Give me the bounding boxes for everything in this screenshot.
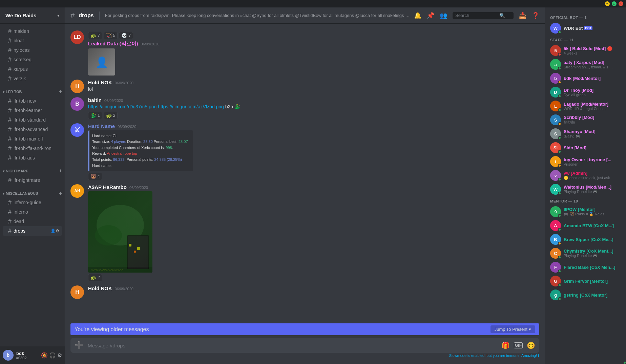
- member-item-aaty[interactable]: a aaty | Xarpus [Mod] Streaming ah..., t…: [547, 58, 623, 71]
- member-name: Sido [Mod]: [564, 145, 621, 150]
- channel-item-bloat[interactable]: # bloat: [3, 36, 62, 45]
- members-icon[interactable]: 👥: [440, 12, 447, 19]
- member-info: Flared Base [CoX Men...]: [564, 265, 621, 270]
- member-info: WDR Bot BOT: [564, 26, 621, 31]
- channel-item-nylocas[interactable]: # nylocas: [3, 45, 62, 55]
- status-dot: [558, 192, 561, 195]
- member-item-scribbly[interactable]: S Scribbly [Mod] 翻炒翻: [547, 113, 623, 127]
- pin-icon[interactable]: 📌: [427, 12, 434, 19]
- channel-item-lfr-nightmare[interactable]: # lfr-nightmare: [3, 175, 62, 185]
- message-author[interactable]: Hold NOK: [88, 285, 112, 291]
- settings-icon[interactable]: ⚙: [57, 352, 62, 359]
- channel-item-lfr-tob-aus[interactable]: # lfr-tob-aus: [3, 153, 62, 163]
- member-item-drthoy[interactable]: D Dr Thoy [Mod] Dye all green: [547, 85, 623, 99]
- channel-item-lfr-tob-standard[interactable]: # lfr-tob-standard: [3, 115, 62, 125]
- message-input[interactable]: [88, 343, 501, 348]
- member-item-sido[interactable]: Si Sido [Mod]: [547, 141, 623, 154]
- message-author[interactable]: Hard Name: [88, 123, 115, 129]
- gift-icon[interactable]: 🎁: [501, 341, 510, 349]
- member-item-chymistry[interactable]: C Chymistry [CoX Ment...] Playing RuneLi…: [547, 247, 623, 260]
- reaction-emoji: 🐢: [90, 275, 96, 280]
- add-channel-button[interactable]: +: [59, 190, 62, 196]
- reaction-count: 1: [98, 113, 100, 118]
- channel-settings-icons[interactable]: 👤⚙: [50, 229, 59, 233]
- member-item-grim-fervor[interactable]: G Grim Fervor [Mentor]: [547, 274, 623, 288]
- channel-topic: For posting drops from raids/pvm. Please…: [105, 13, 410, 18]
- member-item-flared[interactable]: F Flared Base [CoX Men...]: [547, 260, 623, 274]
- channel-label: bloat: [14, 38, 24, 43]
- messages-area[interactable]: LD 🐢 7 🏹 5 💀 7: [65, 24, 545, 323]
- member-name: Dr Thoy [Mod]: [564, 88, 621, 93]
- member-item-lagado[interactable]: L Lagado [Mod/Mentor] WDR HR & Legal Cou…: [547, 99, 623, 113]
- server-header[interactable]: We Do Raids ▾: [0, 7, 65, 24]
- channel-item-lfr-tob-new[interactable]: # lfr-tob-new: [3, 96, 62, 106]
- reaction-item[interactable]: 🐢 2: [104, 112, 118, 119]
- help-icon[interactable]: ❓: [532, 12, 539, 19]
- channel-item-inferno[interactable]: # inferno: [3, 207, 62, 217]
- status-dot: [558, 214, 561, 217]
- channel-item-verzik[interactable]: # verzik: [3, 74, 62, 83]
- close-button[interactable]: ×: [619, 1, 623, 6]
- member-item-shannyo[interactable]: S Shannyo [Mod] (Easy) 🎮: [547, 127, 623, 141]
- emoji-icon[interactable]: 😊: [527, 341, 535, 349]
- member-item-vw[interactable]: v vw [Admin] 🟡 don't ask to ask, just as…: [547, 169, 623, 182]
- notification-bell-icon[interactable]: 🔔: [414, 12, 421, 19]
- username-display: bdk: [16, 351, 41, 356]
- member-item-toyowner[interactable]: t toy Owner | toyrone [... Prisoner: [547, 155, 623, 168]
- category-nightmare[interactable]: ▾ NIGHTMARE +: [0, 163, 65, 175]
- message-author[interactable]: baitin: [88, 97, 102, 103]
- reaction-item[interactable]: 🐻 4: [88, 173, 102, 180]
- channel-item-dead[interactable]: # dead: [3, 217, 62, 226]
- channel-item-drops[interactable]: # drops 👤⚙: [3, 226, 62, 236]
- reaction-item[interactable]: 🐢 2: [88, 274, 102, 281]
- channel-item-inferno-guide[interactable]: # inferno-guide: [3, 198, 62, 207]
- member-item-wdr-bot[interactable]: W WDR Bot BOT: [547, 21, 623, 35]
- channel-item-lfr-tob-ffa[interactable]: # lfr-tob-ffa-and-iron: [3, 144, 62, 153]
- member-status: 翻炒翻: [564, 120, 621, 125]
- reactions: 🐉 1 🐢 2: [88, 112, 539, 119]
- member-item-bdk[interactable]: b bdk [Mod/Mentor]: [547, 71, 623, 85]
- search-box[interactable]: 🔍: [453, 12, 514, 19]
- member-avatar: 9: [550, 206, 561, 217]
- message-link[interactable]: https://i.imgur.com/azVlzbd.png: [158, 104, 224, 109]
- add-attachment-button[interactable]: ➕: [75, 341, 84, 350]
- inbox-icon[interactable]: 📥: [519, 12, 526, 19]
- status-dot: [558, 256, 561, 259]
- message-author[interactable]: Hold NOK: [88, 80, 112, 85]
- minimize-button[interactable]: −: [605, 1, 610, 6]
- channel-item-maiden[interactable]: # maiden: [3, 26, 62, 36]
- older-messages-container: You're viewing older messages Jump To Pr…: [65, 323, 545, 338]
- channel-item-sotetseg[interactable]: # sotetseg: [3, 55, 62, 64]
- channel-item-lfr-tob-advanced[interactable]: # lfr-tob-advanced: [3, 125, 62, 134]
- message-author[interactable]: Leaked Data (리로이): [88, 41, 138, 47]
- user-status-dot: [623, 361, 626, 364]
- reaction-item[interactable]: 💀 7: [119, 32, 133, 39]
- gif-button[interactable]: GIF: [514, 342, 523, 348]
- member-item-waltonius[interactable]: W Waltonius [Mod/Men...] Playing RuneLit…: [547, 183, 623, 196]
- member-name: 9POW [Mentor]: [564, 207, 621, 212]
- add-channel-button[interactable]: +: [59, 168, 62, 174]
- member-item-5k-bald[interactable]: 5 5k | Bald Solo [Mod] 🔴 4 weeks: [547, 44, 623, 57]
- jump-to-present-button[interactable]: Jump To Present ▾: [491, 325, 535, 333]
- channel-item-lfr-tob-learner[interactable]: # lfr-tob-learner: [3, 106, 62, 115]
- channel-item-xarpus[interactable]: # xarpus: [3, 64, 62, 74]
- channel-item-lfr-tob-max-eff[interactable]: # lfr-tob-max-eff: [3, 134, 62, 144]
- reaction-item[interactable]: 🐉 1: [88, 112, 102, 119]
- reaction-item[interactable]: 🏹 5: [104, 32, 118, 39]
- reaction-item[interactable]: 🐢 7: [88, 32, 102, 39]
- add-channel-button[interactable]: +: [59, 89, 62, 95]
- category-lfr-tob[interactable]: ▾ LFR TOB +: [0, 83, 65, 96]
- member-item-brew-sipper[interactable]: B Brew Sipper [CoX Me...]: [547, 233, 623, 246]
- message-link[interactable]: https://i.imgur.com/rDu37m5.png: [88, 104, 156, 109]
- search-input[interactable]: [455, 13, 499, 18]
- member-item-amanda[interactable]: A Amanda BTW [CoX M...]: [547, 219, 623, 232]
- message-author[interactable]: A$AP HaRambo: [88, 184, 127, 190]
- member-item-9pow[interactable]: 9 9POW [Mentor] 🎮 🏹 Raids = 🏅 Raids: [547, 205, 623, 218]
- deafen-icon[interactable]: 🎧: [49, 352, 56, 359]
- channel-header-divider: [99, 12, 100, 20]
- channel-label: sotetseg: [14, 57, 32, 62]
- member-item-gstring[interactable]: g gstring [CoX Mentor]: [547, 288, 623, 302]
- category-miscellaneous[interactable]: ▾ MISCELLANEOUS +: [0, 185, 65, 198]
- maximize-button[interactable]: □: [612, 1, 617, 6]
- mute-icon[interactable]: 🔕: [41, 352, 48, 359]
